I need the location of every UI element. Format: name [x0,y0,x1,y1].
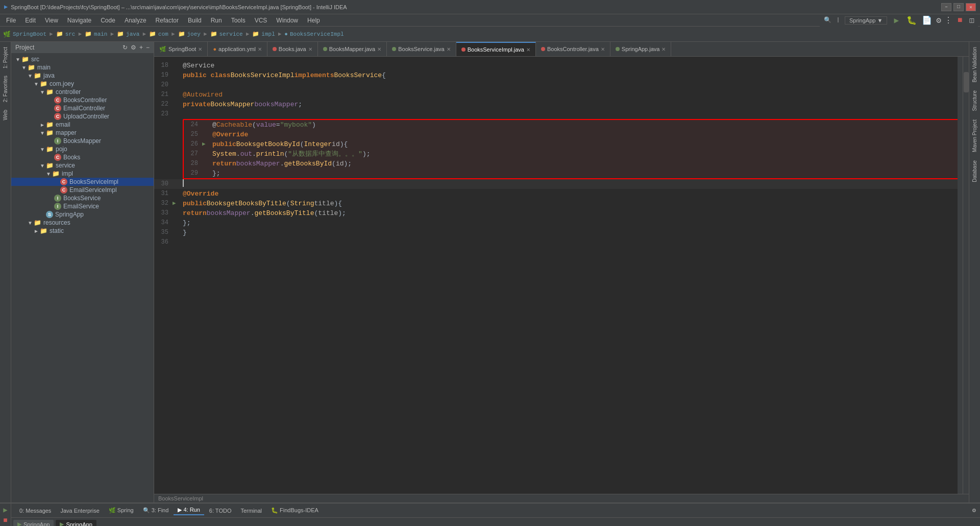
sidebar-vtab-2[interactable]: 2: Favorites [1,73,10,105]
sidebar-right-maven[interactable]: Maven Project [971,116,978,155]
left-sidebar: 1: Project 2: Favorites Web [0,42,11,503]
tab-booksservice-java[interactable]: BooksService.java ✕ [387,42,456,56]
tree-src[interactable]: ▼ 📁 src [11,55,154,63]
sidebar-vtab-3[interactable]: Web [1,107,10,123]
menu-file[interactable]: File [2,16,20,25]
tree-booksserviceimpl[interactable]: ► C BooksServiceImpl [11,178,154,186]
tab-todo[interactable]: 6: TODO [205,507,236,515]
menu-build[interactable]: Build [184,16,206,25]
sep3: ► [110,31,114,37]
breadcrumb-main[interactable]: main [94,31,107,37]
menu-navigate[interactable]: Navigate [63,16,95,25]
tree-emailservice[interactable]: ► I EmailService [11,202,154,210]
code-line-22: 22 private BooksMapper booksMapper; [154,100,963,109]
tree-impl[interactable]: ▼ 📁 impl [11,170,154,178]
tree-main[interactable]: ▼ 📁 main [11,63,154,71]
stop-button[interactable]: ■ [958,16,963,25]
tab-springboot[interactable]: 🌿 SpringBoot ✕ [154,42,208,56]
run-button[interactable]: ▶ [890,14,902,27]
breadcrumb-src[interactable]: src [65,31,76,37]
tab-run[interactable]: ▶ 4: Run [174,506,204,515]
breadcrumb-spring[interactable]: 🌿 [3,31,11,38]
tree-resources[interactable]: ▼ 📁 resources [11,219,154,227]
tab-find[interactable]: 🔍 3: Find [139,506,173,515]
run-subtab-1[interactable]: ▶ SpringApp [13,520,54,526]
project-collapse-icon[interactable]: − [146,44,150,51]
project-expand-icon[interactable]: + [139,44,143,51]
tree-emailcontroller[interactable]: ► C EmailController [11,104,154,112]
code-line-23: 23 [154,109,963,119]
code-line-30: 30 [154,179,963,189]
menu-vcs[interactable]: VCS [251,16,272,25]
menu-view[interactable]: View [41,16,62,25]
tree-java[interactable]: ▼ 📁 java [11,71,154,80]
tree-booksservice[interactable]: ► I BooksService [11,194,154,202]
menu-edit[interactable]: Edit [21,16,40,25]
tab-spring[interactable]: 🌿 Spring [105,506,138,515]
tab-java-enterprise[interactable]: Java Enterprise [56,507,103,515]
tree-bookscontroller[interactable]: ► C BooksController [11,96,154,104]
menu-code[interactable]: Code [96,16,119,25]
tab-springapp-java[interactable]: SpringApp.java ✕ [610,42,672,56]
tree-books[interactable]: ► C Books [11,153,154,161]
tree-springapp[interactable]: ► S SpringApp [11,210,154,219]
tab-application-yml[interactable]: ● application.yml ✕ [208,42,267,56]
breadcrumb-service[interactable]: service [219,31,243,37]
close-button[interactable]: ✕ [966,3,976,11]
tree-pojo[interactable]: ▼ 📁 pojo [11,145,154,153]
menu-refactor[interactable]: Refactor [152,16,183,25]
editor-scrollbar[interactable] [963,57,969,494]
bottom-settings-icon[interactable]: ⚙ [972,507,976,514]
code-line-31: 31 @Override [154,189,963,199]
profile-button[interactable]: ⚙ [936,15,941,26]
breadcrumb-java[interactable]: java [126,31,139,37]
breadcrumb-impl[interactable]: impl [261,31,275,37]
sidebar-right-database[interactable]: Database [971,157,978,185]
run-stop-button[interactable]: ■ [3,516,7,524]
tree-service[interactable]: ▼ 📁 service [11,161,154,170]
code-line-26: 26 ▶ public Books getBookById(Integer id… [184,139,960,149]
run-config-dropdown[interactable]: SpringApp ▼ [845,16,887,25]
layout-button[interactable]: ◫ [970,16,974,25]
menu-run[interactable]: Run [207,16,226,25]
editor-status: BooksServiceImpl [154,494,969,503]
tree-booksmapper[interactable]: ► I BooksMapper [11,137,154,145]
tree-static[interactable]: ► 📁 static [11,227,154,235]
tree-email[interactable]: ► 📁 email [11,121,154,129]
menu-tools[interactable]: Tools [227,16,250,25]
breadcrumb-com[interactable]: com [158,31,168,37]
sidebar-right-structure[interactable]: Structure [971,87,978,114]
project-sync-icon[interactable]: ↻ [122,44,128,51]
tab-findbugs[interactable]: 🐛 FindBugs-IDEA [267,506,323,515]
tab-messages[interactable]: 0: Messages [15,507,55,515]
menu-window[interactable]: Window [272,16,302,25]
code-content[interactable]: 18 @Service 19 public class BooksService… [154,57,963,494]
menu-help[interactable]: Help [303,16,324,25]
breadcrumb-classname[interactable]: BooksServiceImpl [290,31,344,37]
more-options[interactable]: ⋮ [944,15,952,26]
search-icon[interactable]: 🔍 [824,16,831,24]
breadcrumb-project[interactable]: SpringBoot [13,31,46,37]
tab-booksmapper-java[interactable]: BooksMapper.java ✕ [318,42,387,56]
coverage-button[interactable]: 📄 [921,14,933,27]
tree-controller[interactable]: ▼ 📁 controller [11,88,154,96]
sidebar-right-beanvalidation[interactable]: Bean Validation [971,44,978,85]
sidebar-vtab-1[interactable]: 1: Project [1,44,10,71]
restore-button[interactable]: □ [953,3,964,11]
tab-books-java[interactable]: Books.java ✕ [267,42,318,56]
tab-terminal[interactable]: Terminal [236,507,266,515]
tab-booksserviceimpl-java[interactable]: BooksServiceImpl.java ✕ [456,42,536,56]
tab-bookscontroller-java[interactable]: BooksController.java ✕ [536,42,610,56]
breadcrumb-joey[interactable]: joey [187,31,201,37]
code-line-32: 32 ▶ public Books getBooksByTitle(String… [154,199,963,208]
project-settings-icon[interactable]: ⚙ [131,44,136,51]
tree-mapper[interactable]: ▼ 📁 mapper [11,129,154,137]
run-subtab-2[interactable]: ▶ SpringApp [56,520,96,526]
menu-analyze[interactable]: Analyze [120,16,151,25]
tree-comjoey[interactable]: ▼ 📁 com.joey [11,80,154,88]
debug-button[interactable]: 🐛 [905,14,918,27]
tree-uploadcontroller[interactable]: ► C UploadController [11,112,154,121]
run-restart-button[interactable]: ▶ [3,506,7,514]
minimize-button[interactable]: – [941,3,951,11]
tree-emailserviceimpl[interactable]: ► C EmailServiceImpl [11,186,154,194]
